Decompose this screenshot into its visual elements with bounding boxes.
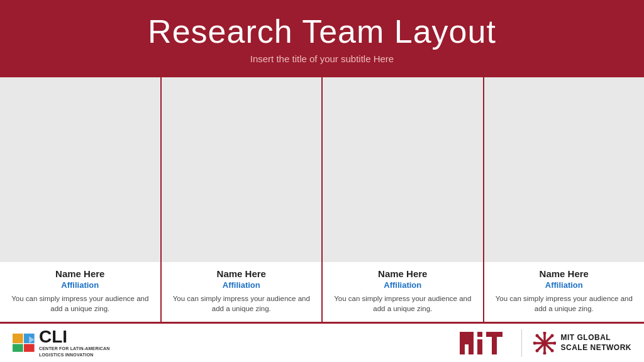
card-affiliation-1: Affiliation [5, 280, 155, 290]
team-card-3: Name Here Affiliation You can simply imp… [323, 77, 484, 322]
card-description-2: You can simply impress your audience and… [167, 293, 317, 314]
mit-logo-svg [460, 332, 510, 354]
card-affiliation-2: Affiliation [167, 280, 317, 290]
cli-full-name: CENTER FOR LATIN-AMERICANLOGISTICS INNOV… [39, 346, 110, 357]
mit-logo [460, 332, 510, 354]
footer-right: MIT GLOBALSCALE NETWORK [460, 329, 632, 357]
card-description-1: You can simply impress your audience and… [5, 293, 155, 314]
svg-rect-3 [24, 344, 35, 351]
team-grid: Name Here Affiliation You can simply imp… [0, 75, 644, 322]
card-info-3: Name Here Affiliation You can simply imp… [323, 262, 483, 322]
header-section: Research Team Layout Insert the title of… [0, 0, 644, 75]
card-name-3: Name Here [328, 268, 478, 279]
card-name-2: Name Here [167, 268, 317, 279]
card-info-2: Name Here Affiliation You can simply imp… [162, 262, 322, 322]
cli-icon [13, 332, 35, 354]
svg-rect-9 [477, 339, 482, 354]
footer-divider [521, 329, 522, 357]
page-subtitle: Insert the title of your subtitle Here [13, 53, 631, 64]
card-affiliation-3: Affiliation [328, 280, 478, 290]
svg-rect-2 [13, 344, 23, 351]
svg-point-24 [542, 341, 547, 346]
photo-area-3 [323, 77, 483, 261]
team-card-4: Name Here Affiliation You can simply imp… [484, 77, 645, 322]
cli-text-block: CLI CENTER FOR LATIN-AMERICANLOGISTICS I… [39, 328, 110, 357]
card-info-4: Name Here Affiliation You can simply imp… [484, 262, 645, 322]
svg-point-23 [535, 349, 538, 352]
footer-left: CLI CENTER FOR LATIN-AMERICANLOGISTICS I… [13, 328, 110, 357]
svg-point-22 [550, 334, 553, 337]
svg-rect-6 [465, 332, 469, 344]
photo-area-1 [0, 77, 160, 261]
card-description-4: You can simply impress your audience and… [489, 293, 640, 314]
msgn-text-block: MIT GLOBALSCALE NETWORK [561, 333, 632, 353]
svg-point-21 [550, 349, 553, 352]
svg-rect-8 [477, 332, 482, 337]
cli-logo: CLI CENTER FOR LATIN-AMERICANLOGISTICS I… [13, 328, 110, 357]
card-info-1: Name Here Affiliation You can simply imp… [0, 262, 160, 322]
page-title: Research Team Layout [13, 14, 631, 50]
svg-rect-5 [460, 332, 465, 354]
team-card-1: Name Here Affiliation You can simply imp… [0, 77, 162, 322]
card-name-1: Name Here [5, 268, 155, 279]
msgn-logo: MIT GLOBALSCALE NETWORK [533, 332, 632, 354]
svg-rect-11 [492, 337, 497, 354]
team-card-2: Name Here Affiliation You can simply imp… [162, 77, 323, 322]
svg-rect-0 [13, 333, 23, 343]
svg-rect-7 [469, 332, 474, 354]
footer: CLI CENTER FOR LATIN-AMERICANLOGISTICS I… [0, 322, 644, 362]
photo-area-2 [162, 77, 322, 261]
msgn-icon [533, 332, 556, 354]
photo-area-4 [484, 77, 645, 261]
slide: Research Team Layout Insert the title of… [0, 0, 644, 362]
msgn-label: MIT GLOBALSCALE NETWORK [561, 333, 632, 353]
svg-rect-10 [486, 332, 502, 337]
cli-acronym: CLI [39, 328, 110, 346]
card-affiliation-4: Affiliation [489, 280, 640, 290]
svg-point-20 [535, 334, 538, 337]
card-description-3: You can simply impress your audience and… [328, 293, 478, 314]
card-name-4: Name Here [489, 268, 640, 279]
